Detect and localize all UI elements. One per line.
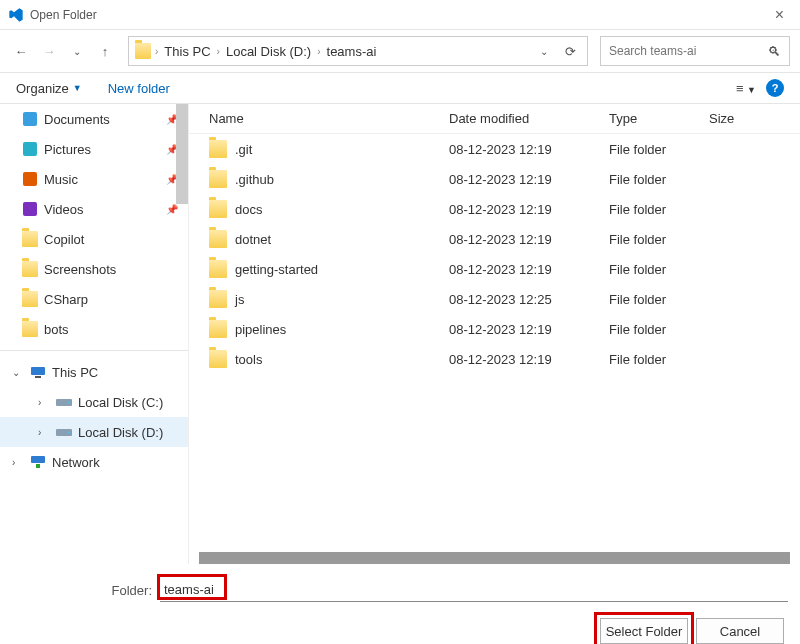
network-icon: [30, 454, 46, 470]
tree-label: Pictures: [44, 142, 91, 157]
search-box[interactable]: 🔍︎: [600, 36, 790, 66]
folder-icon: [209, 350, 227, 368]
tree-item-this-pc[interactable]: ⌄ This PC: [0, 357, 188, 387]
file-type: File folder: [609, 202, 709, 217]
column-header-name[interactable]: Name: [209, 111, 449, 126]
chevron-right-icon: ›: [38, 427, 50, 438]
tree-label: Screenshots: [44, 262, 116, 277]
file-row[interactable]: docs08-12-2023 12:19File folder: [189, 194, 800, 224]
scrollbar-horizontal[interactable]: [199, 552, 790, 564]
svg-rect-0: [23, 112, 37, 126]
help-button[interactable]: ?: [766, 79, 784, 97]
cancel-button[interactable]: Cancel: [696, 618, 784, 644]
column-header-size[interactable]: Size: [709, 111, 769, 126]
svg-point-7: [68, 402, 70, 404]
column-header-date[interactable]: Date modified: [449, 111, 609, 126]
tree-item[interactable]: Videos📌: [0, 194, 188, 224]
new-folder-button[interactable]: New folder: [108, 81, 170, 96]
tree-item-drive[interactable]: ›Local Disk (D:): [0, 417, 188, 447]
scrollbar-vertical[interactable]: [176, 104, 188, 204]
file-date: 08-12-2023 12:19: [449, 172, 609, 187]
folder-label: Folder:: [12, 583, 152, 598]
tree-item[interactable]: bots: [0, 314, 188, 344]
tree-item[interactable]: Copilot: [0, 224, 188, 254]
refresh-button[interactable]: ⟳: [559, 40, 581, 62]
file-date: 08-12-2023 12:19: [449, 202, 609, 217]
tree-label: Videos: [44, 202, 84, 217]
file-name: js: [235, 292, 244, 307]
tree-item-drive[interactable]: ›Local Disk (C:): [0, 387, 188, 417]
tree-label: Copilot: [44, 232, 84, 247]
file-type: File folder: [609, 352, 709, 367]
tree-label: Documents: [44, 112, 110, 127]
chevron-right-icon: ›: [155, 46, 158, 57]
back-button[interactable]: ←: [10, 40, 32, 62]
file-type: File folder: [609, 172, 709, 187]
file-type: File folder: [609, 142, 709, 157]
search-input[interactable]: [609, 44, 768, 58]
vscode-icon: [8, 7, 24, 23]
file-row[interactable]: js08-12-2023 12:25File folder: [189, 284, 800, 314]
file-date: 08-12-2023 12:25: [449, 292, 609, 307]
file-name: pipelines: [235, 322, 286, 337]
svg-rect-3: [23, 202, 37, 216]
folder-icon: [135, 43, 151, 59]
file-row[interactable]: .github08-12-2023 12:19File folder: [189, 164, 800, 194]
tree-label: CSharp: [44, 292, 88, 307]
folder-icon: [209, 140, 227, 158]
file-date: 08-12-2023 12:19: [449, 232, 609, 247]
file-name: getting-started: [235, 262, 318, 277]
file-name: .git: [235, 142, 252, 157]
tree-item-network[interactable]: › Network: [0, 447, 188, 477]
file-row[interactable]: getting-started08-12-2023 12:19File fold…: [189, 254, 800, 284]
file-name: .github: [235, 172, 274, 187]
file-date: 08-12-2023 12:19: [449, 352, 609, 367]
recent-dropdown[interactable]: ⌄: [66, 40, 88, 62]
tree-label: This PC: [52, 365, 98, 380]
svg-rect-2: [23, 172, 37, 186]
breadcrumb[interactable]: teams-ai: [325, 44, 379, 59]
file-row[interactable]: tools08-12-2023 12:19File folder: [189, 344, 800, 374]
folder-icon: [209, 170, 227, 188]
navigation-tree[interactable]: Documents📌Pictures📌Music📌Videos📌CopilotS…: [0, 104, 188, 564]
folder-name-input[interactable]: [160, 578, 788, 602]
tree-item[interactable]: Screenshots: [0, 254, 188, 284]
tree-label: Local Disk (C:): [78, 395, 163, 410]
view-menu[interactable]: ≡ ▼: [736, 81, 756, 96]
column-header-type[interactable]: Type: [609, 111, 709, 126]
search-icon[interactable]: 🔍︎: [768, 44, 781, 59]
pc-icon: [30, 364, 46, 380]
breadcrumb[interactable]: Local Disk (D:): [224, 44, 313, 59]
svg-rect-1: [23, 142, 37, 156]
close-button[interactable]: ×: [767, 6, 792, 24]
tree-item[interactable]: CSharp: [0, 284, 188, 314]
tree-label: bots: [44, 322, 69, 337]
file-name: docs: [235, 202, 262, 217]
address-bar[interactable]: › This PC › Local Disk (D:) › teams-ai ⌄…: [128, 36, 588, 66]
chevron-right-icon: ›: [38, 397, 50, 408]
file-type: File folder: [609, 292, 709, 307]
file-type: File folder: [609, 262, 709, 277]
breadcrumb[interactable]: This PC: [162, 44, 212, 59]
up-button[interactable]: ↑: [94, 40, 116, 62]
tree-item[interactable]: Music📌: [0, 164, 188, 194]
tree-item[interactable]: Documents📌: [0, 104, 188, 134]
svg-rect-11: [36, 464, 40, 468]
folder-icon: [209, 260, 227, 278]
file-type: File folder: [609, 322, 709, 337]
file-row[interactable]: dotnet08-12-2023 12:19File folder: [189, 224, 800, 254]
file-row[interactable]: pipelines08-12-2023 12:19File folder: [189, 314, 800, 344]
address-dropdown[interactable]: ⌄: [533, 40, 555, 62]
file-list[interactable]: Name Date modified Type Size .git08-12-2…: [188, 104, 800, 564]
organize-menu[interactable]: Organize▼: [16, 81, 82, 96]
folder-icon: [209, 320, 227, 338]
select-folder-button[interactable]: Select Folder: [600, 618, 688, 644]
forward-button[interactable]: →: [38, 40, 60, 62]
svg-rect-4: [31, 367, 45, 375]
svg-rect-10: [31, 456, 45, 463]
chevron-right-icon: ›: [12, 457, 24, 468]
tree-item[interactable]: Pictures📌: [0, 134, 188, 164]
file-row[interactable]: .git08-12-2023 12:19File folder: [189, 134, 800, 164]
chevron-right-icon: ›: [317, 46, 320, 57]
file-date: 08-12-2023 12:19: [449, 262, 609, 277]
